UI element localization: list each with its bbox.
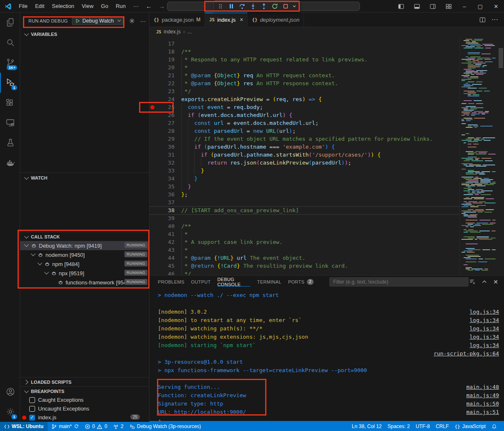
dropdown-button[interactable] xyxy=(291,1,298,11)
maximize-button[interactable]: ▢ xyxy=(472,0,488,13)
activity-run-and-debug[interactable]: 1 xyxy=(0,73,20,93)
tab-package.json[interactable]: {}package.jsonM xyxy=(149,13,205,27)
source-link[interactable]: log.js:34 xyxy=(470,333,499,341)
activity-settings[interactable]: 1 xyxy=(0,402,20,422)
gutter-35[interactable]: 35 xyxy=(149,183,178,190)
gutter-30[interactable]: 30 xyxy=(149,143,178,151)
call-stack-row[interactable]: functions-framework [954...RUNNING xyxy=(20,278,149,287)
breakpoint-checkbox[interactable] xyxy=(29,406,35,412)
gutter-42[interactable]: 42 xyxy=(149,238,178,246)
gutter-19[interactable]: 19 xyxy=(149,56,178,63)
layout-panel-icon[interactable] xyxy=(409,0,425,13)
menu-file[interactable]: File xyxy=(15,0,31,13)
debug-console-output[interactable]: > nodemon --watch ./ --exec npm start[no… xyxy=(149,288,504,421)
gutter-36[interactable]: 36 xyxy=(149,190,178,198)
menu-selection[interactable]: Selection xyxy=(48,0,78,13)
panel-tab-output[interactable]: OUTPUT xyxy=(188,276,214,288)
activity-extensions[interactable] xyxy=(0,93,20,113)
tab-index.js[interactable]: JSindex.js× xyxy=(205,13,248,27)
gutter-27[interactable]: 27 xyxy=(149,119,178,127)
close-tab-icon[interactable]: × xyxy=(240,16,243,23)
activity-explorer[interactable] xyxy=(0,13,20,33)
menu-view[interactable]: View xyxy=(78,0,97,13)
activity-testing[interactable] xyxy=(0,133,20,153)
gutter-24[interactable]: 24 xyxy=(149,95,178,103)
gutter-38[interactable]: 38 xyxy=(149,206,178,214)
remote-indicator[interactable]: WSL: Ubuntu xyxy=(0,422,48,431)
breakpoint-checkbox[interactable] xyxy=(29,397,35,403)
gutter-41[interactable]: 41 xyxy=(149,230,178,238)
section-loaded-scripts[interactable]: LOADED SCRIPTS xyxy=(20,377,149,386)
source-link[interactable]: main.js:51 xyxy=(466,408,499,416)
customize-layout-icon[interactable] xyxy=(441,0,456,13)
source-link[interactable]: log.js:34 xyxy=(470,341,499,350)
gutter-29[interactable]: 29 xyxy=(149,135,178,143)
call-stack-row[interactable]: nodemon [9450]RUNNING xyxy=(20,250,149,259)
activity-docker[interactable] xyxy=(0,153,20,173)
close-panel-icon[interactable]: ✕ xyxy=(493,279,498,285)
cursor-position[interactable]: Ln 38, Col 12 xyxy=(349,422,385,431)
gutter-33[interactable]: 33 xyxy=(149,167,178,175)
forwarded-ports-status[interactable]: 2 xyxy=(110,422,127,431)
menu-run[interactable]: Run xyxy=(112,0,129,13)
gutter-22[interactable]: 22 xyxy=(149,79,178,87)
call-stack-row[interactable]: Debug Watch: npm [9419]RUNNING xyxy=(20,241,149,250)
debug-session-status[interactable]: Debug Watch (3p-resources) xyxy=(127,422,204,431)
panel-tab-terminal[interactable]: TERMINAL xyxy=(254,276,285,288)
panel-tab-debug-console[interactable]: DEBUG CONSOLE xyxy=(214,276,254,288)
encoding-setting[interactable]: UTF-8 xyxy=(413,422,433,431)
editor-more-actions-icon[interactable]: ··· xyxy=(491,16,498,23)
gutter-32[interactable]: 32 xyxy=(149,159,178,167)
gutter-25[interactable]: 25 xyxy=(149,103,178,111)
editor-scrollbar[interactable] xyxy=(498,36,504,275)
layout-sidebar-right-icon[interactable] xyxy=(425,0,441,13)
step-over-button[interactable] xyxy=(237,1,248,11)
activity-remote-explorer[interactable] xyxy=(0,113,20,133)
breakpoint-checkbox[interactable]: ✓ xyxy=(29,415,35,421)
tab-deployment.json[interactable]: {}deployment.json xyxy=(248,13,304,27)
menu-go[interactable]: Go xyxy=(97,0,112,13)
breadcrumb[interactable]: JS index.js › ... xyxy=(149,27,504,36)
breakpoint-dot-icon[interactable] xyxy=(150,105,154,109)
gutter-34[interactable]: 34 xyxy=(149,175,178,183)
split-editor-icon[interactable] xyxy=(479,17,486,23)
section-call-stack[interactable]: CALL STACK xyxy=(20,232,149,241)
git-branch-status[interactable]: main* xyxy=(48,422,82,431)
step-out-button[interactable] xyxy=(258,1,269,11)
call-stack-row[interactable]: npx [9519]RUNNING xyxy=(20,269,149,278)
nav-back-arrow[interactable]: ← xyxy=(142,3,155,10)
gutter-44[interactable]: 44 xyxy=(149,254,178,262)
menu-edit[interactable]: Edit xyxy=(31,0,48,13)
gutter-21[interactable]: 21 xyxy=(149,71,178,79)
gutter-39[interactable]: 39 xyxy=(149,214,178,222)
gutter-18[interactable]: 18 xyxy=(149,48,178,56)
notifications-bell-icon[interactable] xyxy=(489,422,500,431)
problems-status[interactable]: 0 0 xyxy=(82,422,110,431)
gutter-23[interactable]: 23 xyxy=(149,87,178,95)
gutter-26[interactable]: 26 xyxy=(149,111,178,119)
gutter-43[interactable]: 43 xyxy=(149,246,178,254)
breakpoint-row[interactable]: Uncaught Exceptions xyxy=(20,404,149,413)
close-window-button[interactable]: ✕ xyxy=(488,0,504,13)
console-filter-input[interactable] xyxy=(329,277,469,286)
step-into-button[interactable] xyxy=(248,1,258,11)
section-watch[interactable]: WATCH xyxy=(20,172,149,183)
source-link[interactable]: main.js:48 xyxy=(466,383,499,391)
source-link[interactable]: main.js:49 xyxy=(466,391,499,400)
language-mode[interactable]: {}JavaScript xyxy=(452,422,489,431)
pause-button[interactable] xyxy=(226,1,237,11)
menu-overflow[interactable]: ··· xyxy=(129,0,142,13)
minimize-button[interactable]: – xyxy=(456,0,472,13)
layout-sidebar-left-icon[interactable] xyxy=(393,0,409,13)
panel-tab-ports[interactable]: PORTS2 xyxy=(285,276,317,288)
gutter-20[interactable]: 20 xyxy=(149,63,178,71)
restart-button[interactable] xyxy=(269,1,280,11)
maximize-panel-icon[interactable] xyxy=(481,279,487,285)
debug-settings-gear-icon[interactable] xyxy=(129,18,135,24)
gutter-37[interactable]: 37 xyxy=(149,198,178,206)
source-link[interactable]: run-script-pkg.js:64 xyxy=(433,350,499,358)
console-prompt[interactable]: › xyxy=(158,416,499,421)
code-editor[interactable]: 1718/**19 * Responds to any HTTP request… xyxy=(149,36,504,275)
gutter-31[interactable]: 31 xyxy=(149,151,178,159)
indentation-setting[interactable]: Spaces: 2 xyxy=(385,422,413,431)
